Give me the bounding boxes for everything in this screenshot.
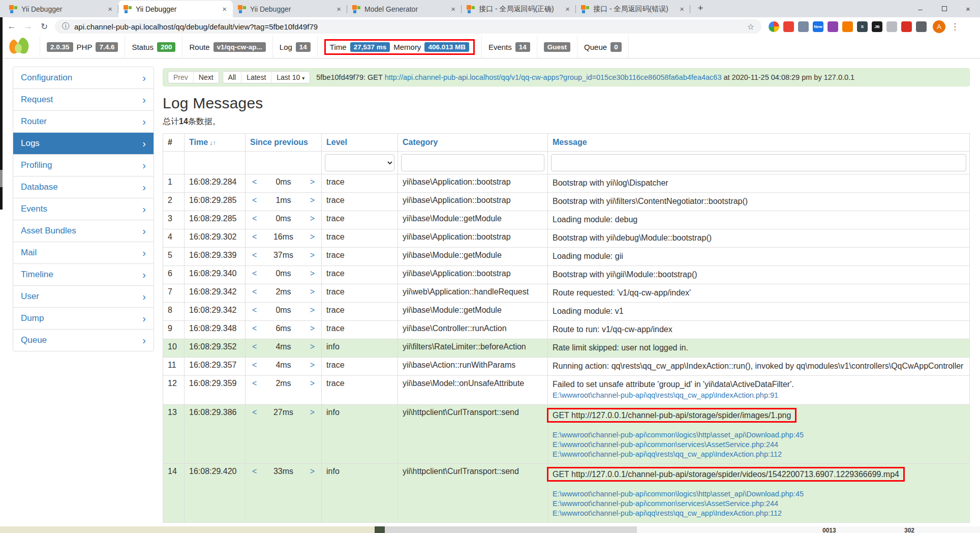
- restore-icon[interactable]: [932, 0, 956, 17]
- sidebar-item-logs[interactable]: Logs›: [13, 132, 154, 154]
- browser-menu-icon[interactable]: ⋮: [951, 21, 959, 32]
- since-prev-link[interactable]: <: [252, 268, 257, 279]
- browser-tab[interactable]: 接口 - 全局返回码(错误) ×: [576, 1, 690, 17]
- orange-extension-icon[interactable]: [842, 21, 853, 32]
- sidebar-item-mail[interactable]: Mail›: [13, 242, 154, 263]
- since-prev-link[interactable]: <: [252, 176, 257, 187]
- since-next-link[interactable]: >: [310, 268, 315, 279]
- new-badge-extension-icon[interactable]: New: [813, 21, 823, 32]
- since-next-link[interactable]: >: [310, 231, 315, 242]
- sidebar-item-profiling[interactable]: Profiling›: [13, 154, 154, 176]
- since-prev-link[interactable]: <: [252, 378, 257, 389]
- sidebar-item-asset-bundles[interactable]: Asset Bundles›: [13, 220, 154, 242]
- trace-file-link[interactable]: E:\wwwroot\channel-pub-api\qq\rests\qq_c…: [553, 391, 965, 400]
- next-button[interactable]: Next: [193, 72, 219, 83]
- queue-section[interactable]: Queue 0: [577, 36, 629, 58]
- latest-button[interactable]: Latest: [241, 72, 271, 83]
- request-url-link[interactable]: http://api.channel-pub-api.localhost/qq/…: [385, 73, 722, 81]
- profile-avatar[interactable]: A: [933, 20, 945, 33]
- since-prev-link[interactable]: <: [252, 305, 257, 315]
- since-next-link[interactable]: >: [310, 250, 315, 260]
- tab-close-icon[interactable]: ×: [564, 5, 571, 13]
- user-section[interactable]: Guest: [537, 36, 577, 58]
- tab-close-icon[interactable]: ×: [221, 5, 228, 13]
- purple-extension-icon[interactable]: [828, 21, 838, 32]
- red-circle-extension-icon[interactable]: [901, 21, 912, 32]
- since-prev-link[interactable]: <: [252, 341, 257, 352]
- since-prev-link[interactable]: <: [252, 466, 257, 477]
- url-text[interactable]: api.channel-pub-api.localhost/qq/debug/d…: [74, 22, 742, 31]
- since-prev-link[interactable]: <: [252, 213, 257, 224]
- level-filter-select[interactable]: [325, 154, 394, 171]
- sidebar-item-request[interactable]: Request›: [13, 88, 154, 110]
- colorful-extension-icon[interactable]: [769, 21, 779, 32]
- log-section[interactable]: Log 14: [273, 36, 318, 58]
- sidebar-item-events[interactable]: Events›: [13, 198, 154, 220]
- trace-file-link[interactable]: E:\wwwroot\channel-pub-api\qq\rests\qq_c…: [553, 509, 965, 518]
- back-icon[interactable]: ←: [4, 21, 19, 32]
- close-icon[interactable]: ×: [956, 0, 980, 17]
- bookmark-star-icon[interactable]: ☆: [747, 22, 754, 32]
- trace-file-link[interactable]: E:\wwwroot\channel-pub-api\qq\rests\qq_c…: [553, 450, 965, 459]
- gray-extension-icon[interactable]: [886, 21, 897, 32]
- events-section[interactable]: Events 14: [482, 36, 537, 58]
- trace-file-link[interactable]: E:\wwwroot\channel-pub-api\common\logics…: [553, 430, 965, 440]
- category-filter-input[interactable]: [401, 154, 544, 171]
- tab-close-icon[interactable]: ×: [107, 5, 113, 13]
- jb-extension-icon[interactable]: JB: [872, 21, 882, 32]
- since-next-link[interactable]: >: [310, 213, 315, 224]
- message-filter-input[interactable]: [551, 154, 966, 171]
- since-prev-link[interactable]: <: [252, 195, 257, 205]
- browser-tab[interactable]: Model Generator ×: [347, 1, 462, 17]
- last10-button[interactable]: Last 10▾: [271, 72, 310, 83]
- trace-file-link[interactable]: E:\wwwroot\channel-pub-api\common\servic…: [553, 499, 965, 509]
- since-next-link[interactable]: >: [310, 305, 315, 315]
- sidebar-item-queue[interactable]: Queue›: [13, 329, 154, 351]
- browser-tab[interactable]: Yii Debugger ×: [4, 1, 118, 17]
- all-button[interactable]: All: [223, 72, 241, 83]
- sidebar-item-dump[interactable]: Dump›: [13, 307, 154, 329]
- address-omnibox[interactable]: ⓘ api.channel-pub-api.localhost/qq/debug…: [55, 19, 761, 34]
- since-prev-link[interactable]: <: [252, 323, 257, 334]
- since-prev-link[interactable]: <: [252, 407, 257, 418]
- status-section[interactable]: Status 200: [125, 36, 182, 58]
- dark-extension-icon[interactable]: [916, 21, 927, 32]
- page-info-icon[interactable]: ⓘ: [62, 22, 69, 31]
- sidebar-item-user[interactable]: User›: [13, 285, 154, 307]
- since-next-link[interactable]: >: [310, 378, 315, 389]
- browser-tab[interactable]: Yii Debugger ×: [118, 1, 233, 17]
- time-memory-section[interactable]: Time 27,537 ms Memory 406.013 MB: [318, 36, 482, 58]
- since-next-link[interactable]: >: [310, 323, 315, 334]
- tab-close-icon[interactable]: ×: [679, 5, 685, 13]
- sidebar-item-timeline[interactable]: Timeline›: [13, 263, 154, 285]
- browser-tab[interactable]: 接口 - 全局返回码(正确) ×: [462, 1, 576, 17]
- tab-close-icon[interactable]: ×: [335, 5, 342, 13]
- sidebar-item-database[interactable]: Database›: [13, 176, 154, 198]
- red-extension-icon[interactable]: [783, 21, 794, 32]
- since-prev-link[interactable]: <: [252, 286, 257, 297]
- prev-button[interactable]: Prev: [168, 72, 193, 83]
- trace-file-link[interactable]: E:\wwwroot\channel-pub-api\common\logics…: [553, 489, 965, 499]
- sidebar-item-configuration[interactable]: Configuration›: [13, 67, 154, 88]
- col-header-time[interactable]: Time↓↑: [185, 134, 246, 152]
- since-next-link[interactable]: >: [310, 176, 315, 187]
- s-extension-icon[interactable]: S: [857, 21, 868, 32]
- minimize-icon[interactable]: –: [908, 0, 932, 17]
- trace-file-link[interactable]: E:\wwwroot\channel-pub-api\common\servic…: [553, 440, 965, 450]
- shield-extension-icon[interactable]: [798, 21, 809, 32]
- browser-tab[interactable]: Yii Debugger ×: [233, 1, 347, 17]
- since-next-link[interactable]: >: [310, 286, 315, 297]
- since-prev-link[interactable]: <: [252, 231, 257, 242]
- tab-close-icon[interactable]: ×: [450, 5, 456, 13]
- since-next-link[interactable]: >: [310, 407, 315, 418]
- reload-icon[interactable]: ↻: [37, 21, 52, 32]
- since-next-link[interactable]: >: [310, 195, 315, 205]
- sidebar-item-router[interactable]: Router›: [13, 110, 154, 132]
- yii-logo-icon[interactable]: [7, 38, 33, 56]
- since-next-link[interactable]: >: [310, 466, 315, 477]
- forward-icon[interactable]: →: [20, 21, 36, 32]
- since-prev-link[interactable]: <: [252, 250, 257, 260]
- new-tab-button[interactable]: +: [693, 2, 708, 16]
- since-next-link[interactable]: >: [310, 360, 315, 370]
- route-section[interactable]: Route v1/qq-cw-ap...: [182, 36, 272, 58]
